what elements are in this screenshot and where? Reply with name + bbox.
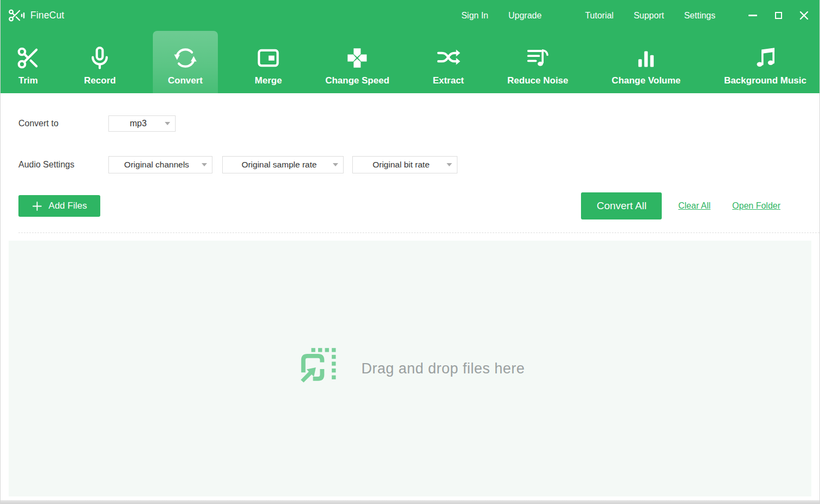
dropzone-message: Drag and drop files here [361,360,525,377]
scissors-icon [16,43,41,70]
chevron-down-icon [165,122,170,125]
add-files-label: Add Files [49,201,87,211]
chevron-down-icon [447,163,452,166]
titlebar-menu: Sign In Upgrade Tutorial Support Setting… [461,11,715,21]
tab-label: Background Music [724,75,806,86]
file-dropzone[interactable]: Drag and drop files here [9,241,811,496]
titlebar: FineCut Sign In Upgrade Tutorial Support… [1,0,819,31]
convert-settings-panel: Convert to mp3 Audio Settings Original c… [1,93,819,233]
clear-all-link[interactable]: Clear All [678,201,711,211]
app-logo: FineCut [8,8,64,23]
tab-label: Record [84,75,116,86]
sync-arrows-icon [173,43,198,70]
menu-tutorial[interactable]: Tutorial [585,11,614,21]
close-icon [799,11,809,20]
window-bottom-edge [1,500,819,504]
add-files-button[interactable]: Add Files [18,195,100,217]
shuffle-icon [436,43,461,70]
tab-label: Change Speed [325,75,389,86]
channels-select[interactable]: Original channels [108,156,212,173]
tab-convert[interactable]: Convert [153,31,218,93]
chevron-down-icon [202,163,207,166]
sample-rate-select[interactable]: Original sample rate [222,156,344,173]
chevron-down-icon [333,163,338,166]
music-notes-icon [753,43,778,70]
panel-divider [18,232,819,233]
tab-trim[interactable]: Trim [9,31,47,93]
menu-support[interactable]: Support [634,11,664,21]
tab-label: Change Volume [612,75,681,86]
tab-change-volume[interactable]: Change Volume [605,31,687,93]
maximize-icon [775,12,782,19]
convert-all-button[interactable]: Convert All [581,192,662,219]
window-controls [715,11,819,21]
tab-background-music[interactable]: Background Music [718,31,813,93]
tab-reduce-noise[interactable]: Reduce Noise [501,31,574,93]
noise-lines-note-icon [525,43,550,70]
bit-rate-select[interactable]: Original bit rate [352,156,457,173]
convert-to-row: Convert to mp3 [18,115,819,132]
microphone-icon [87,43,112,70]
convert-all-label: Convert All [597,200,647,212]
app-title: FineCut [30,10,64,21]
close-button[interactable] [799,11,809,21]
tab-label: Convert [168,75,203,86]
tab-change-speed[interactable]: Change Speed [319,31,396,93]
tab-label: Merge [255,75,282,86]
tab-label: Reduce Noise [507,75,568,86]
drag-drop-icon [295,346,341,391]
bit-rate-select-value: Original bit rate [372,160,429,170]
actions-row: Add Files Convert All Clear All Open Fol… [18,192,819,219]
minimize-icon [748,15,757,16]
channels-select-value: Original channels [124,160,189,170]
format-select[interactable]: mp3 [108,115,176,132]
convert-to-label: Convert to [18,119,108,128]
open-folder-link[interactable]: Open Folder [732,201,780,211]
menu-sign-in[interactable]: Sign In [461,11,488,21]
minimize-button[interactable] [748,11,758,21]
tab-label: Trim [18,75,38,86]
speed-cross-icon [345,43,370,70]
tab-label: Extract [432,75,464,86]
audio-settings-label: Audio Settings [18,160,108,170]
plus-icon [32,201,42,211]
menu-upgrade[interactable]: Upgrade [508,11,541,21]
sample-rate-select-value: Original sample rate [242,160,317,170]
maximize-button[interactable] [773,11,783,21]
tab-record[interactable]: Record [78,31,122,93]
merge-frame-icon [256,43,281,70]
audio-settings-row: Audio Settings Original channels Origina… [18,156,819,173]
scissors-sound-logo-icon [8,8,25,23]
app-window: FineCut Sign In Upgrade Tutorial Support… [0,0,820,504]
tab-extract[interactable]: Extract [426,31,470,93]
format-select-value: mp3 [130,119,146,128]
menu-settings[interactable]: Settings [684,11,715,21]
feature-tabbar: Trim Record Convert [1,31,819,93]
tab-merge[interactable]: Merge [248,31,288,93]
volume-bars-icon [634,43,658,70]
